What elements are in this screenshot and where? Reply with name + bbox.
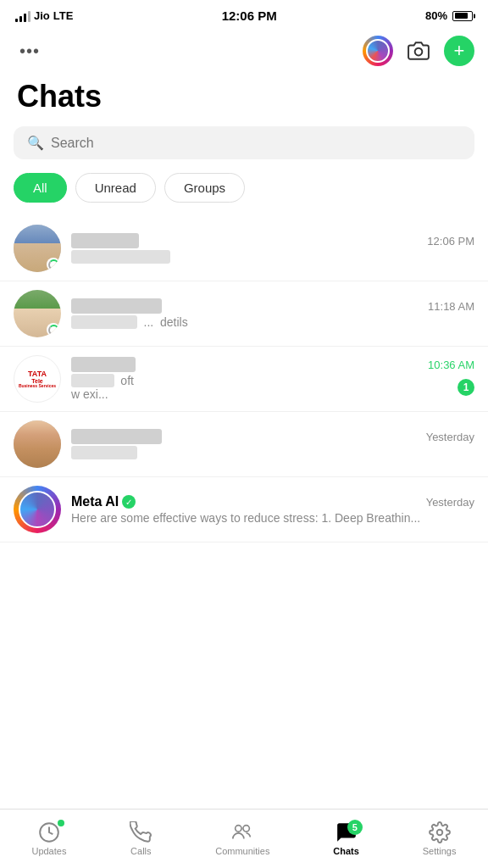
meta-ai-icon [366,39,390,63]
chat-bottom: oftw exi... 1 [71,374,474,401]
avatar: TATA Tele Business Services [14,355,61,403]
search-container: 🔍 [0,126,488,173]
chat-preview [71,250,474,264]
carrier-label: Jio [34,9,50,22]
chat-top: Yesterday [71,429,474,444]
chat-top: 10:36 AM [71,357,474,372]
updates-icon [38,821,60,843]
chat-bottom [71,250,474,264]
chat-preview: oftw exi... [71,374,458,401]
chat-name [71,357,136,372]
search-bar[interactable]: 🔍 [14,126,474,159]
avatar [14,225,61,272]
status-ring [47,258,60,271]
battery-icon [452,11,473,21]
avatar [14,290,61,337]
svg-point-0 [415,48,423,56]
chat-time: 10:36 AM [428,359,474,371]
updates-label: Updates [31,846,66,856]
avatar-meta-ai [14,486,61,533]
add-icon: + [454,40,465,62]
chat-item[interactable]: TATA Tele Business Services 10:36 AM [0,347,488,412]
camera-icon [408,40,430,62]
nav-item-communities[interactable]: Communities [202,816,283,861]
settings-icon [429,821,451,843]
menu-button[interactable]: ••• [14,35,46,67]
updates-dot [58,820,64,826]
verified-badge: ✓ [122,495,136,509]
status-right: 80% [425,9,473,22]
chat-content: 11:18 AM ... detils [71,298,474,329]
status-ring [47,323,60,337]
page-title: Chats [0,75,488,126]
calls-icon [130,821,152,843]
chat-bottom: Here are some effective ways to reduce s… [71,511,474,525]
chat-item[interactable]: 11:18 AM ... detils [0,281,488,347]
chat-name: Meta AI [71,494,119,509]
communities-label: Communities [215,846,269,856]
filter-tabs: All Unread Groups [0,173,488,216]
nav-item-calls[interactable]: Calls [116,816,165,861]
meta-ai-button[interactable] [363,36,393,66]
settings-label: Settings [423,846,457,856]
dots-icon: ••• [19,42,40,61]
chat-name-row: Meta AI ✓ [71,494,136,509]
new-chat-button[interactable]: + [444,36,474,66]
chat-top: 11:18 AM [71,298,474,314]
signal-bars [15,10,30,22]
svg-point-3 [243,826,249,832]
header: ••• + [0,28,488,75]
chat-name [71,298,162,314]
chat-top: 12:06 PM [71,233,474,248]
header-left: ••• [14,35,46,67]
chat-name [71,233,139,248]
chat-preview [71,446,474,459]
battery-percent: 80% [425,9,447,22]
filter-tab-groups[interactable]: Groups [164,173,245,203]
avatar [14,420,61,468]
svg-point-2 [236,826,241,832]
svg-point-4 [436,830,442,836]
chats-label: Chats [333,846,359,856]
nav-item-updates[interactable]: Updates [18,816,80,861]
chat-bottom: ... detils [71,315,474,329]
communities-icon [231,821,253,843]
chat-preview: Here are some effective ways to reduce s… [71,511,474,525]
header-right: + [363,36,474,66]
chat-item[interactable]: Yesterday [0,412,488,477]
nav-item-chats[interactable]: 5 Chats [319,816,373,861]
chat-preview: ... detils [71,315,474,329]
chat-list: 12:06 PM [0,216,488,542]
bottom-nav: Updates Calls Communities 5 Chats [0,809,488,868]
chat-item-meta-ai[interactable]: Meta AI ✓ Yesterday Here are some effect… [0,477,488,542]
camera-button[interactable] [403,36,434,66]
chat-content: 10:36 AM oftw exi... 1 [71,357,474,401]
nav-item-settings[interactable]: Settings [409,816,470,861]
network-label: LTE [53,9,74,22]
search-input[interactable] [51,136,461,151]
chat-content: Meta AI ✓ Yesterday Here are some effect… [71,494,474,525]
chat-time: 11:18 AM [428,300,474,313]
status-time: 12:06 PM [222,8,277,23]
chat-time: Yesterday [426,431,474,443]
filter-tab-all[interactable]: All [14,173,67,203]
calls-label: Calls [130,846,151,856]
chat-top: Meta AI ✓ Yesterday [71,494,474,509]
filter-tab-unread[interactable]: Unread [75,173,156,203]
status-left: Jio LTE [15,9,73,22]
chat-item[interactable]: 12:06 PM [0,216,488,281]
chats-badge: 5 [347,820,363,835]
status-bar: Jio LTE 12:06 PM 80% [0,0,488,28]
chat-time: Yesterday [426,496,474,509]
unread-badge: 1 [458,379,474,396]
chat-bottom [71,446,474,459]
chat-content: Yesterday [71,429,474,459]
chat-time: 12:06 PM [427,235,474,248]
chat-name [71,429,162,444]
chat-content: 12:06 PM [71,233,474,264]
search-icon: 🔍 [27,135,44,151]
